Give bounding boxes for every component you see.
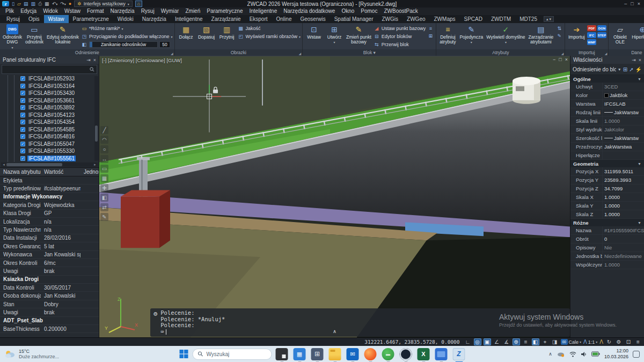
- dyn-ucs-toggle[interactable]: ◨: [551, 338, 559, 345]
- ribbon-tab-wstaw[interactable]: Wstaw: [44, 15, 69, 23]
- menu-item-pomoc[interactable]: Pomoc: [357, 8, 380, 15]
- line-tool-icon[interactable]: ╱: [100, 126, 108, 134]
- checkbox-checked-icon[interactable]: ✓: [20, 127, 25, 132]
- onedrive-icon[interactable]: [557, 351, 565, 357]
- annotation-visibility-icon[interactable]: Λ: [599, 339, 603, 345]
- table-row[interactable]: Etykieta: [0, 176, 99, 184]
- property-row-wsp-czynni[interactable]: Współczynni...1.0000: [570, 261, 644, 269]
- ribbon-tab-rysuj[interactable]: Rysuj: [2, 15, 24, 23]
- quick-select-icon[interactable]: ⚡: [635, 67, 642, 72]
- ribbon-tab-mdt25[interactable]: MDT25: [515, 15, 541, 23]
- checkbox-checked-icon[interactable]: ✓: [20, 149, 25, 153]
- attr-edit-icon[interactable]: ✎: [555, 33, 563, 39]
- lineweight-toggle[interactable]: ≡: [522, 338, 530, 345]
- ribbon-row-zanikanie-odno-nik-w[interactable]: Zanikanie odnośników50: [81, 41, 173, 48]
- tree-item[interactable]: ✓IFCSLAB#1054123: [20, 112, 99, 119]
- ribbon-tab-widoki[interactable]: Widoki: [113, 15, 138, 23]
- ribbon-tab-geoserwis[interactable]: Geoserwis: [296, 15, 330, 23]
- viewport-minimize-icon[interactable]: −: [553, 57, 555, 62]
- ribbon-button-zmie-punkt-bazowy[interactable]: Zmień punkt bazowy: [345, 24, 372, 45]
- checkbox-checked-icon[interactable]: ✓: [20, 156, 25, 161]
- minimize-icon[interactable]: –: [624, 1, 627, 6]
- viewport-controls-label[interactable]: [-] [Zmieniony] [Cieniowane] [GUW]: [102, 57, 182, 63]
- new-file-icon[interactable]: ▯: [12, 2, 14, 6]
- arc-tool-icon[interactable]: ◠: [100, 136, 108, 144]
- table-row[interactable]: StanDobry: [0, 300, 99, 308]
- tree-item[interactable]: ✓IFCSLAB#1053892: [20, 104, 99, 112]
- table-row[interactable]: Data Kontroli30/05/2017: [0, 284, 99, 292]
- ribbon-button-importuj[interactable]: Importuj: [567, 24, 586, 40]
- workspace-switcher[interactable]: ✲ Interfejs wstążkowy ▾: [74, 1, 133, 7]
- angle-toggle[interactable]: ∠: [493, 338, 501, 345]
- taskbar-app-excel[interactable]: [418, 348, 430, 360]
- command-input[interactable]: ⌨: [160, 329, 567, 335]
- close-icon[interactable]: ×: [639, 57, 641, 63]
- ribbon-button-do-cz[interactable]: Dołącz: [177, 24, 196, 40]
- polar-toggle[interactable]: ∡: [503, 338, 510, 345]
- ribbon-row-jako[interactable]: Jakość: [238, 25, 301, 32]
- property-row-skala-x[interactable]: Skala X1.0000: [570, 193, 644, 202]
- taskbar-app-mail[interactable]: [435, 348, 448, 360]
- battery-icon[interactable]: [591, 351, 600, 357]
- dialog-launcher-icon[interactable]: ◢: [171, 51, 173, 55]
- table-row[interactable]: Lokalizacjan/a: [0, 218, 99, 226]
- tree-item[interactable]: ✓IFCSLAB#1053430: [20, 90, 99, 97]
- ribbon-tab-zwgis[interactable]: ZWGis: [378, 15, 403, 23]
- property-row-skala-z[interactable]: Skala Z1.0000: [570, 210, 644, 219]
- home-button[interactable]: ⌂: [135, 1, 142, 7]
- properties-section-og-lne[interactable]: Ogólne▼: [570, 75, 644, 83]
- attr-sync-icon[interactable]: ⇅: [555, 25, 563, 32]
- quick-props-toggle[interactable]: ◧: [532, 338, 539, 345]
- menu-item-plik[interactable]: Plik: [2, 8, 17, 15]
- wmf-import-icon[interactable]: WMF: [587, 39, 596, 45]
- ifc-search-input[interactable]: [2, 65, 97, 74]
- ribbon-row-przerwij-blok[interactable]: Przerwij blok: [374, 41, 426, 48]
- table-row[interactable]: Okres Kontroli6/mc: [0, 259, 99, 267]
- ribbon-tab-zwmaps[interactable]: ZWMaps: [430, 15, 460, 23]
- step-import-icon[interactable]: STEP: [597, 32, 607, 38]
- ribbon-button-utw-rz[interactable]: Utwórz▾: [325, 24, 344, 44]
- ribbon-tab-parametryczne[interactable]: Parametryczne: [69, 15, 113, 23]
- open-file-icon[interactable]: ▱: [17, 2, 21, 6]
- ribbon-button-hiper-cze[interactable]: Hiperłącze: [631, 24, 644, 40]
- frame-toggle[interactable]: ▣: [484, 338, 491, 345]
- undo-icon[interactable]: ↶▾: [52, 2, 58, 6]
- clock[interactable]: 12:00 10.03.2026: [604, 348, 628, 360]
- tree-item[interactable]: ✓IFCSLAB#1052933: [20, 75, 99, 83]
- ribbon-button-odno-nik-dwg[interactable]: Odnośnik DWG▾: [2, 24, 23, 49]
- plot-icon[interactable]: ▦: [45, 2, 49, 6]
- ribbon-button-definiuj-atrybuty[interactable]: Definiuj atrybuty: [438, 24, 457, 45]
- taskbar-app-calendar[interactable]: [294, 348, 306, 360]
- property-row-kolor[interactable]: KolorJakBlok: [570, 91, 644, 100]
- ribbon-button-obiekt-ole[interactable]: Obiekt OLE: [610, 24, 630, 45]
- tree-item[interactable]: ✓IFCSLAB#1054816: [20, 133, 99, 141]
- osnap-toggle[interactable]: ◎: [474, 338, 481, 345]
- taskbar-app-zwcad[interactable]: [453, 348, 465, 360]
- command-expand-chevron-icon[interactable]: ∧: [333, 329, 336, 334]
- table-row[interactable]: Osoba dokonujac...Jan Kowalski: [0, 292, 99, 300]
- property-row-uchwyt[interactable]: Uchwyt3CED: [570, 83, 644, 91]
- save-icon[interactable]: ▤: [24, 2, 28, 6]
- property-row-rodzaj-linii[interactable]: Rodzaj liniiJakWarstw: [570, 108, 644, 117]
- fade-slider[interactable]: Zanikanie odnośników: [89, 41, 158, 48]
- menu-item-narz-dzia[interactable]: Narzędzia: [107, 8, 138, 15]
- command-line[interactable]: ⚙ Polecenie:Polecenie: *Anuluj*Polecenie…: [150, 308, 570, 337]
- table-row[interactable]: Kategoria DrogiWojewodzka: [0, 201, 99, 209]
- volume-icon[interactable]: [581, 351, 587, 357]
- plus-tool-icon[interactable]: ✚: [100, 184, 108, 192]
- swap-tool-icon[interactable]: ⇄: [100, 203, 108, 211]
- taskbar-app-calc[interactable]: [311, 348, 324, 360]
- ribbon-row-ustaw-punkt-bazowy[interactable]: Ustaw punkt bazowy: [374, 25, 426, 32]
- table-row[interactable]: Typ predefiniowa...ifcslabtypeenum: [0, 184, 99, 193]
- toggle-pickadd-icon[interactable]: ⊞: [623, 67, 627, 72]
- taskbar-app-filedark[interactable]: [276, 348, 288, 360]
- pin-icon[interactable]: ⇥: [86, 57, 91, 63]
- ribbon-tab-zwgeo[interactable]: ZWGeo: [402, 15, 429, 23]
- gear-icon[interactable]: ⚙: [153, 310, 157, 335]
- menu-item-inteligentne[interactable]: Inteligentne: [246, 8, 281, 15]
- ribbon-button-dopasuj[interactable]: Dopasuj: [197, 24, 216, 40]
- property-row-skala-y[interactable]: Skala Y1.0000: [570, 202, 644, 210]
- circle-tool-icon[interactable]: ○: [100, 145, 108, 153]
- units-selector[interactable]: 00Cale▾: [561, 339, 582, 345]
- tree-item[interactable]: ✓IFCSLAB#1055561: [20, 155, 99, 162]
